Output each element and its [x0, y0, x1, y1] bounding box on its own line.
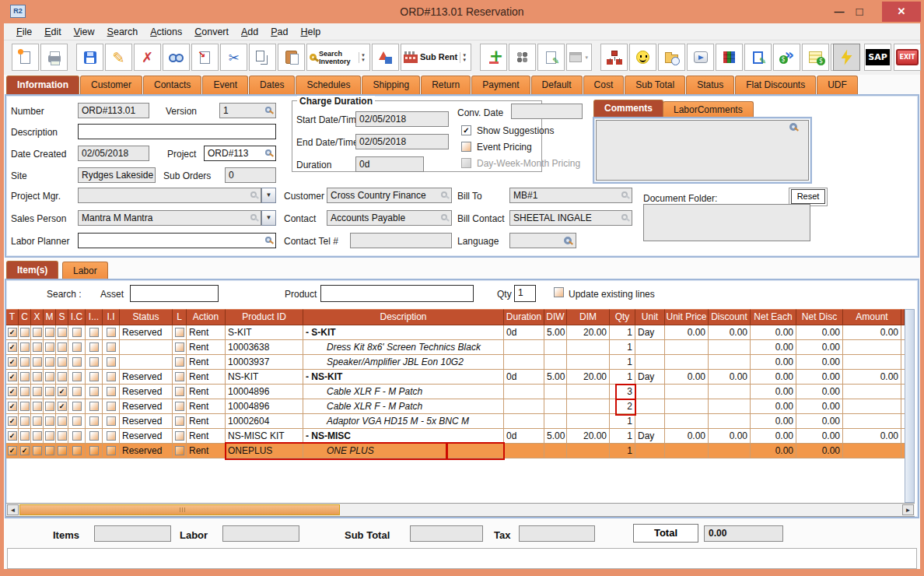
row-checkbox[interactable]: [20, 357, 30, 367]
cell-diw[interactable]: [544, 399, 567, 414]
row-checkbox[interactable]: [45, 387, 54, 396]
cell-check[interactable]: ✓: [6, 429, 19, 444]
cell-product-id[interactable]: 10003937: [226, 355, 303, 370]
project-field[interactable]: ORD#113: [204, 146, 276, 161]
col-Duration[interactable]: Duration: [504, 309, 544, 325]
tab-status[interactable]: Status: [686, 76, 734, 94]
cell-l[interactable]: [173, 325, 187, 340]
menu-help[interactable]: Help: [295, 26, 327, 37]
cell-description[interactable]: - S-KIT: [303, 325, 504, 340]
cell-check[interactable]: ✓: [6, 355, 19, 370]
cell-check[interactable]: [68, 399, 86, 414]
cell-check[interactable]: ✓: [6, 325, 19, 340]
cell-l[interactable]: [173, 370, 187, 385]
row-checkbox[interactable]: [72, 416, 82, 426]
row-checkbox[interactable]: [58, 357, 67, 367]
cell-discount[interactable]: 0.00: [709, 325, 751, 340]
delete-button[interactable]: [134, 44, 161, 71]
cell-net-disc[interactable]: 0.00: [796, 429, 843, 444]
cell-check[interactable]: [68, 325, 86, 340]
col-Action[interactable]: Action: [187, 309, 226, 325]
col-I...[interactable]: I...: [86, 309, 103, 325]
scroll-right-arrow[interactable]: ►: [902, 504, 914, 515]
cell-description[interactable]: Speaker/Amplifier JBL Eon 10G2: [303, 355, 504, 370]
cell-check[interactable]: [31, 444, 44, 458]
cell-check[interactable]: [56, 355, 68, 370]
magnifier-icon[interactable]: [621, 214, 628, 220]
cell-diw[interactable]: [544, 340, 567, 355]
qty-input[interactable]: 1: [514, 285, 536, 302]
cell-net-disc[interactable]: 0.00: [796, 355, 843, 370]
row-checkbox[interactable]: ✓: [8, 357, 17, 367]
cell-check[interactable]: [44, 385, 56, 399]
table-row[interactable]: ✓Rent10003638Dress Kit 8x6' Screen Techn…: [6, 340, 905, 355]
cell-status[interactable]: Reserved: [120, 414, 173, 429]
save-button[interactable]: [76, 44, 103, 71]
cell-check[interactable]: [56, 340, 68, 355]
cell-qty[interactable]: 1: [610, 370, 635, 385]
table-row[interactable]: ✓Rent10003937Speaker/Amplifier JBL Eon 1…: [6, 355, 905, 370]
row-checkbox[interactable]: [33, 357, 42, 367]
cell-dim[interactable]: [567, 399, 610, 414]
row-checkbox[interactable]: [45, 446, 54, 455]
cell-discount[interactable]: [709, 355, 751, 370]
row-checkbox[interactable]: ✓: [8, 446, 17, 455]
cell-net-each[interactable]: 0.00: [751, 325, 796, 340]
cell-net-each[interactable]: 0.00: [751, 340, 796, 355]
cell-discount[interactable]: [709, 399, 751, 414]
cell-amount[interactable]: [843, 399, 901, 414]
tab-payment[interactable]: Payment: [471, 76, 530, 94]
start-datetime-field[interactable]: 02/05/2018: [355, 111, 449, 127]
l-checkbox[interactable]: [175, 387, 184, 396]
cell-check[interactable]: [31, 385, 44, 399]
cell-description[interactable]: Adaptor VGA HD15 M - 5x BNC M: [303, 414, 504, 429]
row-checkbox[interactable]: [20, 416, 30, 426]
l-checkbox[interactable]: [175, 328, 184, 337]
cell-amount[interactable]: [843, 340, 901, 355]
cell-l[interactable]: [173, 399, 187, 414]
col-Status[interactable]: Status: [120, 309, 173, 325]
cell-description[interactable]: Cable XLR F - M Patch: [303, 399, 504, 414]
row-checkbox[interactable]: [72, 431, 82, 441]
cell-status[interactable]: [120, 355, 173, 370]
cell-description[interactable]: Cable XLR F - M Patch: [303, 385, 504, 399]
cell-status[interactable]: Reserved: [120, 429, 173, 444]
cell-diw[interactable]: 5.00: [544, 429, 567, 444]
cut-button[interactable]: [220, 44, 247, 71]
project-mgr-dropdown[interactable]: [261, 188, 276, 203]
cell-check[interactable]: [68, 429, 86, 444]
cell-unit-price[interactable]: [665, 399, 709, 414]
cell-discount[interactable]: [709, 340, 751, 355]
row-checkbox[interactable]: [58, 446, 67, 455]
cell-status[interactable]: Reserved: [120, 399, 173, 414]
cell-status[interactable]: Reserved: [120, 325, 173, 340]
contact-tel-field[interactable]: [350, 233, 452, 248]
row-checkbox[interactable]: [20, 387, 30, 396]
table-row[interactable]: ✓ReservedRentS-KIT- S-KIT0d5.0020.001Day…: [6, 325, 905, 340]
cell-amount[interactable]: [843, 414, 901, 429]
cell-net-each[interactable]: 0.00: [751, 429, 796, 444]
row-checkbox[interactable]: ✓: [8, 328, 17, 337]
cell-l[interactable]: [173, 429, 187, 444]
col-T[interactable]: T: [6, 309, 19, 325]
description-field[interactable]: [78, 124, 276, 139]
row-checkbox[interactable]: [89, 357, 99, 367]
table-row[interactable]: ✓ReservedRent10002604Adaptor VGA HD15 M …: [6, 414, 905, 429]
col-Product ID[interactable]: Product ID: [226, 309, 303, 325]
row-checkbox[interactable]: [20, 372, 30, 381]
cell-net-each[interactable]: 0.00: [751, 444, 796, 458]
row-checkbox[interactable]: ✓: [20, 446, 30, 455]
cell-unit[interactable]: [635, 414, 665, 429]
blue-notepad-button[interactable]: [744, 44, 772, 71]
update-existing-checkbox[interactable]: [554, 287, 564, 297]
cell-discount[interactable]: 0.00: [709, 370, 751, 385]
show-suggestions-checkbox[interactable]: ✓: [461, 125, 471, 135]
cell-check[interactable]: [44, 429, 56, 444]
row-checkbox[interactable]: [72, 387, 82, 396]
cell-unit-price[interactable]: 0.00: [665, 429, 709, 444]
magnifier-icon[interactable]: [441, 214, 447, 220]
cell-discount[interactable]: [709, 414, 751, 429]
row-checkbox[interactable]: [89, 402, 99, 411]
cell-unit-price[interactable]: [665, 355, 709, 370]
row-checkbox[interactable]: [58, 342, 67, 352]
